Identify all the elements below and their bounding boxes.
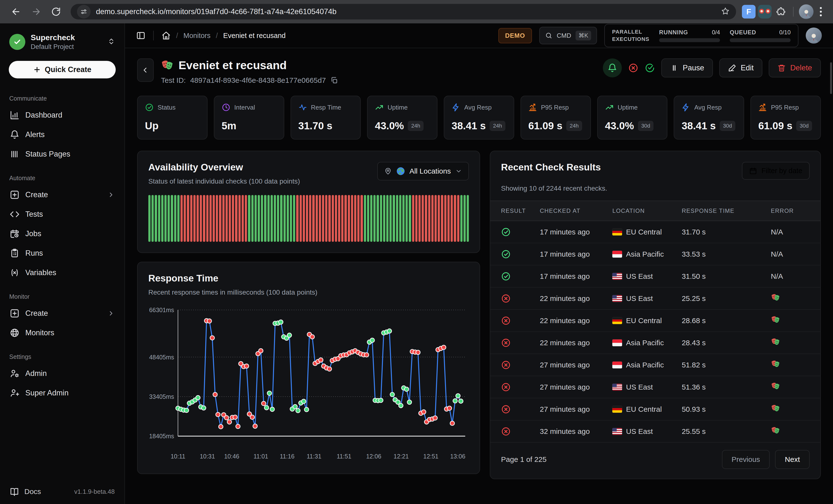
availability-bar-down[interactable] xyxy=(193,195,196,242)
chart-point-down[interactable] xyxy=(318,358,323,362)
table-row[interactable]: 27 minutes agoEU Central50.93 s xyxy=(490,398,820,420)
table-row[interactable]: 17 minutes agoAsia Pacific33.53 sN/A xyxy=(490,243,820,265)
chart-point-down[interactable] xyxy=(364,353,369,357)
availability-bar-up[interactable] xyxy=(177,195,180,242)
availability-bar-down[interactable] xyxy=(328,195,331,242)
chart-point-up[interactable] xyxy=(196,395,200,400)
availability-bar-down[interactable] xyxy=(441,195,443,242)
availability-bar-up[interactable] xyxy=(367,195,369,242)
availability-bar-down[interactable] xyxy=(351,195,353,242)
quick-create-button[interactable]: Quick Create xyxy=(9,61,116,78)
extension-robot-icon[interactable] xyxy=(758,5,771,19)
availability-bar-up[interactable] xyxy=(168,195,170,242)
chart-point-up[interactable] xyxy=(404,387,409,391)
edit-button[interactable]: Edit xyxy=(719,58,762,77)
availability-bar-down[interactable] xyxy=(309,195,311,242)
chart-point-up[interactable] xyxy=(456,394,460,398)
chart-point-down[interactable] xyxy=(262,401,266,406)
chart-point-up[interactable] xyxy=(453,399,457,403)
availability-bar-down[interactable] xyxy=(357,195,359,242)
sidebar-item-jobs[interactable]: Jobs xyxy=(7,224,118,243)
availability-bar-down[interactable] xyxy=(225,195,228,242)
availability-bar-down[interactable] xyxy=(196,195,199,242)
chart-point-up[interactable] xyxy=(459,399,463,403)
availability-bar-up[interactable] xyxy=(402,195,405,242)
availability-bar-up[interactable] xyxy=(264,195,266,242)
availability-bar-up[interactable] xyxy=(399,195,401,242)
sidebar-item-super-admin[interactable]: Super Admin xyxy=(7,383,118,403)
sidebar-item-dashboard[interactable]: Dashboard xyxy=(7,105,118,125)
chart-point-up[interactable] xyxy=(387,329,392,333)
availability-bar-down[interactable] xyxy=(341,195,343,242)
availability-bar-down[interactable] xyxy=(419,195,421,242)
availability-bar-down[interactable] xyxy=(454,195,456,242)
availability-bar-down[interactable] xyxy=(184,195,186,242)
table-row[interactable]: 17 minutes agoUS East31.50 sN/A xyxy=(490,265,820,287)
chart-point-up[interactable] xyxy=(302,399,306,404)
chart-point-up[interactable] xyxy=(390,392,395,397)
availability-bar-down[interactable] xyxy=(219,195,221,242)
availability-bar-up[interactable] xyxy=(161,195,163,242)
availability-bar-up[interactable] xyxy=(290,195,292,242)
availability-bar-up[interactable] xyxy=(151,195,154,242)
pause-button[interactable]: Pause xyxy=(661,58,713,77)
table-row[interactable]: 22 minutes agoAsia Pacific28.43 s xyxy=(490,332,820,354)
chart-point-down[interactable] xyxy=(224,416,229,420)
chart-point-up[interactable] xyxy=(267,391,271,395)
availability-bar-down[interactable] xyxy=(415,195,418,242)
table-row[interactable]: 27 minutes agoAsia Pacific51.82 s xyxy=(490,354,820,376)
chart-point-up[interactable] xyxy=(296,408,300,413)
availability-bar-down[interactable] xyxy=(451,195,453,242)
availability-bar-up[interactable] xyxy=(467,195,469,242)
availability-bar-down[interactable] xyxy=(229,195,231,242)
availability-bar-down[interactable] xyxy=(312,195,314,242)
availability-bar-down[interactable] xyxy=(200,195,202,242)
availability-bar-down[interactable] xyxy=(325,195,327,242)
availability-bar-down[interactable] xyxy=(245,195,247,242)
browser-menu-icon[interactable] xyxy=(816,7,826,16)
chart-point-down[interactable] xyxy=(253,424,257,428)
home-icon[interactable] xyxy=(162,31,171,40)
availability-bar-down[interactable] xyxy=(206,195,209,242)
chart-point-up[interactable] xyxy=(201,406,206,410)
availability-bar-down[interactable] xyxy=(434,195,437,242)
chart-point-down[interactable] xyxy=(250,415,255,419)
availability-bar-up[interactable] xyxy=(396,195,398,242)
chart-point-down[interactable] xyxy=(227,420,232,424)
availability-bar-up[interactable] xyxy=(267,195,270,242)
availability-bar-down[interactable] xyxy=(203,195,205,242)
availability-bar-down[interactable] xyxy=(210,195,212,242)
availability-bar-down[interactable] xyxy=(360,195,363,242)
sidebar-item-admin[interactable]: Admin xyxy=(7,364,118,383)
previous-page-button[interactable]: Previous xyxy=(722,450,770,469)
extension-f-icon[interactable]: F xyxy=(742,5,756,19)
chart-point-down[interactable] xyxy=(259,349,263,353)
project-switcher[interactable]: Supercheck Default Project xyxy=(7,32,118,52)
availability-bar-down[interactable] xyxy=(335,195,337,242)
command-search-button[interactable]: CMD ⌘K xyxy=(539,27,597,44)
availability-bar-down[interactable] xyxy=(338,195,340,242)
availability-bar-up[interactable] xyxy=(255,195,257,242)
chart-point-down[interactable] xyxy=(442,345,446,350)
availability-bar-up[interactable] xyxy=(392,195,395,242)
chart-point-up[interactable] xyxy=(279,320,283,324)
availability-bar-down[interactable] xyxy=(238,195,241,242)
chart-point-down[interactable] xyxy=(327,367,332,371)
availability-bar-down[interactable] xyxy=(348,195,350,242)
availability-bar-up[interactable] xyxy=(252,195,254,242)
filter-by-date-button[interactable]: Filter by date xyxy=(742,162,810,180)
next-page-button[interactable]: Next xyxy=(775,450,810,469)
back-button[interactable] xyxy=(137,58,154,82)
availability-bar-down[interactable] xyxy=(457,195,459,242)
availability-bar-down[interactable] xyxy=(303,195,305,242)
table-row[interactable]: 22 minutes agoEU Central28.68 s xyxy=(490,309,820,332)
chart-point-down[interactable] xyxy=(233,415,237,419)
bookmark-star-icon[interactable] xyxy=(721,7,730,17)
table-row[interactable]: 32 minutes agoUS East25.55 s xyxy=(490,420,820,442)
chart-point-down[interactable] xyxy=(422,410,426,414)
browser-forward-icon[interactable] xyxy=(27,3,45,21)
availability-bar-up[interactable] xyxy=(377,195,379,242)
copy-icon[interactable] xyxy=(330,76,338,84)
chart-point-up[interactable] xyxy=(184,408,189,412)
sidebar-item-variables[interactable]: Variables xyxy=(7,263,118,283)
